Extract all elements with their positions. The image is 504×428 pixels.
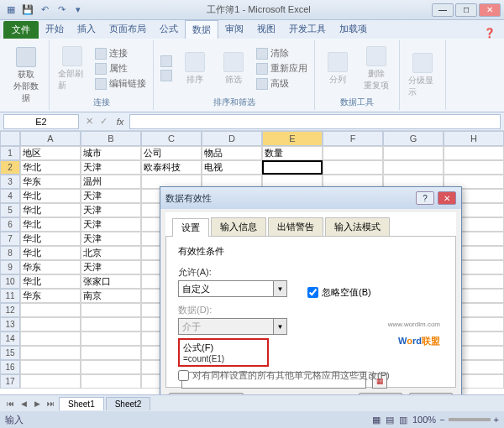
dialog-title-bar[interactable]: 数据有效性 ? ✕: [160, 187, 461, 209]
clear-filter-button[interactable]: 清除: [255, 46, 309, 60]
cell[interactable]: [20, 360, 81, 374]
menu-tab-6[interactable]: 视图: [250, 20, 282, 39]
cell[interactable]: 物品: [202, 146, 262, 160]
minimize-button[interactable]: —: [432, 3, 454, 17]
cell[interactable]: 张家口: [81, 274, 141, 289]
undo-icon[interactable]: ↶: [37, 3, 52, 18]
apply-to-all-checkbox[interactable]: 对有同样设置的所有其他单元格应用这些更改(P): [178, 369, 390, 382]
cell[interactable]: 天津: [81, 217, 141, 232]
cell[interactable]: [323, 146, 383, 160]
row-header[interactable]: 10: [0, 274, 20, 289]
fx-confirm-icon[interactable]: ✓: [97, 116, 111, 127]
cell[interactable]: [81, 317, 141, 331]
ignore-blank-checkbox[interactable]: 忽略空值(B): [307, 286, 371, 299]
cell[interactable]: 地区: [20, 146, 81, 160]
reapply-button[interactable]: 重新应用: [255, 61, 309, 76]
help-icon[interactable]: ❓: [479, 28, 501, 39]
menu-tab-7[interactable]: 开发工具: [282, 20, 333, 39]
cell[interactable]: [81, 303, 141, 317]
row-header[interactable]: 2: [0, 160, 20, 175]
column-header[interactable]: D: [202, 131, 262, 146]
cell[interactable]: [262, 160, 323, 175]
column-header[interactable]: G: [383, 131, 444, 146]
cell[interactable]: [81, 360, 141, 374]
row-header[interactable]: 15: [0, 346, 20, 360]
cell[interactable]: [20, 374, 81, 389]
connections-button[interactable]: 连接: [93, 46, 148, 60]
get-external-data-button[interactable]: 获取 外部数据: [8, 45, 44, 106]
cell[interactable]: 欧泰科技: [141, 160, 202, 175]
cell[interactable]: [383, 146, 444, 160]
dialog-tab-2[interactable]: 出错警告: [268, 217, 323, 236]
dialog-tab-1[interactable]: 输入信息: [211, 217, 266, 236]
row-header[interactable]: 17: [0, 374, 20, 389]
ignore-blank-check[interactable]: [307, 287, 318, 298]
row-header[interactable]: 7: [0, 232, 20, 246]
name-box[interactable]: [3, 114, 79, 129]
maximize-button[interactable]: □: [455, 3, 477, 17]
cell[interactable]: 南京: [81, 289, 141, 303]
text-to-columns-button[interactable]: 分列: [320, 50, 355, 87]
menu-tab-0[interactable]: 开始: [39, 20, 71, 39]
allow-combo[interactable]: ▼: [178, 280, 287, 297]
dialog-close-button[interactable]: ✕: [438, 191, 456, 205]
cell[interactable]: [20, 317, 81, 331]
cell[interactable]: 华东: [20, 289, 81, 303]
zoom-control[interactable]: 100% − +: [412, 415, 499, 425]
filter-button[interactable]: 筛选: [216, 50, 251, 87]
fx-icon[interactable]: fx: [111, 117, 129, 127]
cell[interactable]: [20, 331, 81, 346]
save-icon[interactable]: 💾: [20, 3, 35, 18]
dialog-tab-0[interactable]: 设置: [172, 218, 209, 237]
edit-links-button[interactable]: 编辑链接: [93, 76, 148, 91]
sheet-nav-first-icon[interactable]: ⏮: [3, 397, 17, 410]
sheet-nav-prev-icon[interactable]: ◀: [17, 397, 30, 410]
column-header[interactable]: F: [323, 131, 383, 146]
select-all-corner[interactable]: [0, 131, 20, 146]
properties-button[interactable]: 属性: [93, 61, 148, 76]
cell[interactable]: [323, 160, 383, 175]
cell[interactable]: 电视: [202, 160, 262, 175]
cell[interactable]: [20, 346, 81, 360]
row-header[interactable]: 16: [0, 360, 20, 374]
redo-icon[interactable]: ↷: [54, 3, 69, 18]
file-tab[interactable]: 文件: [3, 21, 39, 39]
cell[interactable]: 华北: [20, 189, 81, 203]
sheet-tab[interactable]: Sheet1: [59, 397, 104, 410]
close-button[interactable]: ✕: [479, 3, 501, 17]
dialog-tab-3[interactable]: 输入法模式: [325, 217, 390, 236]
cell[interactable]: 华北: [20, 160, 81, 175]
sort-za-button[interactable]: [159, 69, 174, 82]
remove-duplicates-button[interactable]: 删除 重复项: [359, 44, 394, 93]
view-pagebreak-icon[interactable]: ▥: [399, 415, 407, 425]
row-header[interactable]: 14: [0, 331, 20, 346]
cell[interactable]: 数量: [262, 146, 323, 160]
cell[interactable]: 天津: [81, 160, 141, 175]
column-header[interactable]: C: [141, 131, 202, 146]
sheet-nav-next-icon[interactable]: ▶: [30, 397, 44, 410]
cell[interactable]: 天津: [81, 203, 141, 217]
cell[interactable]: 天津: [81, 260, 141, 274]
cell[interactable]: [81, 331, 141, 346]
row-header[interactable]: 6: [0, 217, 20, 232]
cell[interactable]: 华东: [20, 175, 81, 189]
sort-button[interactable]: 排序: [177, 50, 213, 87]
cell[interactable]: [444, 146, 504, 160]
chevron-down-icon[interactable]: ▼: [273, 281, 286, 296]
cell[interactable]: 城市: [81, 146, 141, 160]
row-header[interactable]: 8: [0, 246, 20, 260]
cell[interactable]: 华北: [20, 274, 81, 289]
menu-tab-3[interactable]: 公式: [153, 20, 185, 39]
menu-tab-2[interactable]: 页面布局: [102, 20, 153, 39]
menu-tab-8[interactable]: 加载项: [333, 20, 374, 39]
menu-tab-4[interactable]: 数据: [185, 20, 218, 39]
column-header[interactable]: A: [20, 131, 81, 146]
formula-bar[interactable]: [129, 114, 501, 129]
cell[interactable]: 公司: [141, 146, 202, 160]
cell[interactable]: 华北: [20, 246, 81, 260]
view-normal-icon[interactable]: ▦: [372, 415, 381, 425]
column-header[interactable]: H: [444, 131, 504, 146]
view-layout-icon[interactable]: ▤: [386, 415, 394, 425]
row-header[interactable]: 4: [0, 189, 20, 203]
cell[interactable]: 华北: [20, 232, 81, 246]
